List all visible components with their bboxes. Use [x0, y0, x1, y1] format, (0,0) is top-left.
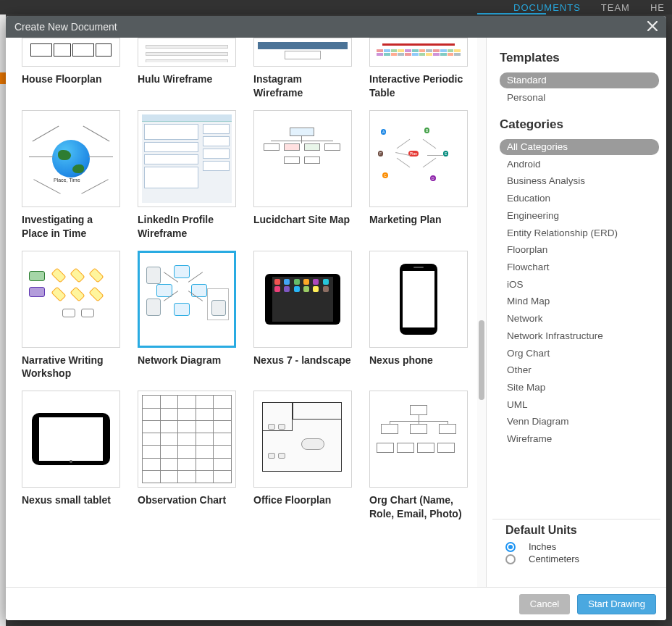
template-lucidchart-sitemap[interactable]: Lucidchart Site Map [253, 110, 352, 228]
radio-icon[interactable] [505, 542, 516, 552]
templates-heading: Templates [500, 51, 659, 65]
unit-option-inches[interactable]: Inches [505, 541, 653, 552]
category-wireframe[interactable]: Wireframe [500, 431, 659, 447]
category-floorplan[interactable]: Floorplan [500, 242, 659, 258]
category-mind-map[interactable]: Mind Map [500, 293, 659, 309]
template-instagram-wireframe[interactable]: Instagram Wireframe [253, 38, 352, 100]
template-label: Narrative Writing Workshop [22, 354, 120, 381]
template-nexus-phone[interactable]: Nexus phone [369, 251, 468, 368]
template-label: Hulu Wireframe [138, 72, 236, 87]
default-units-heading: Default Units [505, 524, 653, 537]
template-house-floorplan[interactable]: House Floorplan [22, 38, 120, 87]
template-label: Org Chart (Name, Role, Email, Photo) [369, 493, 468, 521]
template-hulu-wireframe[interactable]: Hulu Wireframe [138, 38, 236, 87]
modal-footer: Cancel Start Drawing [6, 587, 666, 620]
categories-heading: Categories [500, 117, 659, 132]
template-type-standard[interactable]: Standard [500, 72, 659, 88]
category-site-map[interactable]: Site Map [500, 380, 659, 396]
template-office-floorplan[interactable]: Office Floorplan [253, 391, 352, 508]
category-org-chart[interactable]: Org Chart [500, 346, 659, 362]
template-investigating-place[interactable]: Place, Time Investigating a Place in Tim… [22, 110, 120, 241]
template-linkedin-wireframe[interactable]: LinkedIn Profile Wireframe [138, 110, 236, 241]
category-android[interactable]: Android [500, 156, 659, 172]
scrollbar-handle[interactable] [479, 320, 484, 400]
category-venn-diagram[interactable]: Venn Diagram [500, 414, 659, 430]
category-network[interactable]: Network [500, 311, 659, 327]
template-gallery: House Floorplan Hulu Wireframe [6, 38, 477, 587]
sidebar: Templates StandardPersonal Categories Al… [487, 38, 666, 587]
category-network-infrastructure[interactable]: Network Infrastructure [500, 328, 659, 344]
category-engineering[interactable]: Engineering [500, 208, 659, 224]
radio-icon[interactable] [505, 554, 516, 564]
template-label: Interactive Periodic Table [369, 72, 468, 100]
modal-header: Create New Document [6, 16, 666, 38]
template-label: Instagram Wireframe [253, 72, 352, 100]
template-label: House Floorplan [22, 72, 120, 87]
template-label: Investigating a Place in Time [22, 213, 120, 241]
template-network-diagram[interactable]: Network Diagram [138, 251, 236, 368]
template-label: Network Diagram [138, 354, 236, 368]
category-education[interactable]: Education [500, 191, 659, 206]
category-ios[interactable]: iOS [500, 277, 659, 293]
template-label: Nexus small tablet [22, 493, 120, 508]
nav-team[interactable]: TEAM [601, 2, 630, 13]
default-units-panel: Default Units InchesCentimeters [492, 519, 660, 570]
create-document-modal: Create New Document House Floorpla [6, 16, 666, 620]
template-marketing-plan[interactable]: Plan A B C D E F [369, 110, 468, 228]
category-list: All CategoriesAndroidBusiness AnalysisEd… [500, 139, 659, 447]
category-business-analysis[interactable]: Business Analysis [500, 173, 659, 189]
template-label: Nexus 7 - landscape [253, 354, 352, 368]
close-icon[interactable] [647, 20, 658, 33]
unit-label: Inches [529, 541, 556, 552]
template-label: Lucidchart Site Map [253, 213, 352, 228]
template-narrative-writing[interactable]: Narrative Writing Workshop [22, 251, 120, 381]
template-nexus-small-tablet[interactable]: Nexus small tablet [22, 391, 120, 508]
thumb-caption: Place, Time [54, 178, 80, 183]
template-label: Nexus phone [369, 354, 468, 368]
template-label: Observation Chart [138, 493, 236, 508]
top-navigation: DOCUMENTS TEAM HE [0, 0, 672, 14]
template-type-list: StandardPersonal [500, 72, 659, 106]
template-label: LinkedIn Profile Wireframe [138, 213, 236, 241]
template-nexus7-landscape[interactable]: Nexus 7 - landscape [253, 251, 352, 368]
unit-option-centimeters[interactable]: Centimeters [505, 554, 653, 564]
template-label: Marketing Plan [369, 213, 468, 228]
nav-documents[interactable]: DOCUMENTS [513, 2, 581, 13]
category-uml[interactable]: UML [500, 397, 659, 413]
template-type-personal[interactable]: Personal [500, 90, 659, 106]
category-entity-relationship-erd-[interactable]: Entity Relationship (ERD) [500, 225, 659, 241]
cancel-button[interactable]: Cancel [519, 594, 570, 614]
template-label: Office Floorplan [253, 493, 352, 508]
template-observation-chart[interactable]: Observation Chart [138, 391, 236, 508]
category-flowchart[interactable]: Flowchart [500, 259, 659, 275]
template-org-chart[interactable]: Org Chart (Name, Role, Email, Photo) [369, 391, 468, 521]
category-other[interactable]: Other [500, 362, 659, 378]
category-all-categories[interactable]: All Categories [500, 139, 659, 155]
gallery-scrollbar[interactable] [477, 38, 486, 587]
nav-help[interactable]: HE [650, 2, 665, 13]
unit-label: Centimeters [529, 554, 579, 564]
template-periodic-table[interactable]: Interactive Periodic Table [369, 38, 468, 100]
start-drawing-button[interactable]: Start Drawing [577, 594, 656, 614]
modal-title: Create New Document [14, 21, 117, 33]
